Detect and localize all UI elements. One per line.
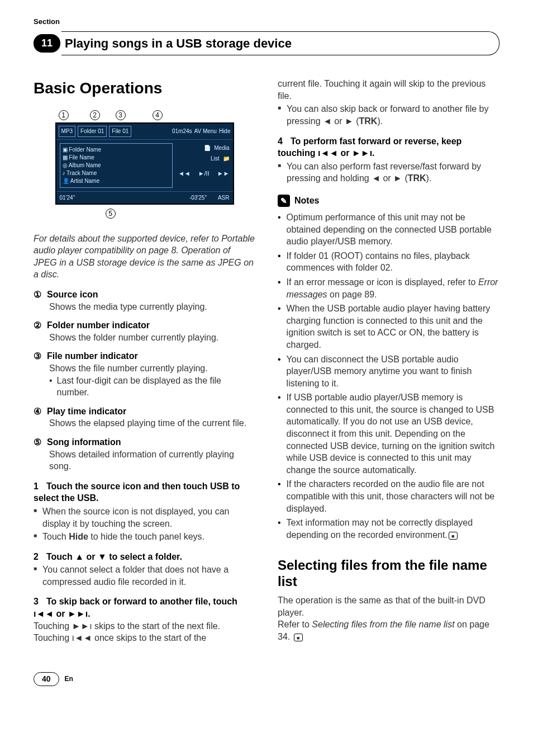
info-file: ▦ File Name xyxy=(63,154,170,162)
note-item: Text information may not be correctly di… xyxy=(278,517,499,541)
continuation-text: current file. Touching it again will ski… xyxy=(278,78,499,102)
page-footer: 40 En xyxy=(34,672,499,686)
notes-heading: ✎ Notes xyxy=(278,195,499,207)
note-item: When the USB portable audio player havin… xyxy=(278,303,499,351)
elapsed-time: 01'24" xyxy=(60,194,75,202)
heading-basic-operations: Basic Operations xyxy=(34,78,255,99)
note-item: You can disconnect the USB portable audi… xyxy=(278,353,499,390)
heading-selecting-files: Selecting files from the file name list xyxy=(278,557,499,590)
chapter-header: 11 Playing songs in a USB storage device xyxy=(34,31,499,56)
language-label: En xyxy=(65,674,73,683)
callout-4: 4 xyxy=(153,110,163,120)
info-track: ♪ Track Name xyxy=(63,169,170,177)
device-screenshot: 1 2 3 4 MP3 Folder 01 File 01 01m24s AV … xyxy=(55,110,234,219)
callout-5: 5 xyxy=(106,209,116,219)
end-mark-icon: ■ xyxy=(294,634,303,641)
file-indicator: File 01 xyxy=(109,126,131,137)
bullet-icon: ■ xyxy=(34,505,37,530)
callout-1: 1 xyxy=(59,110,69,120)
bullet-icon: ■ xyxy=(34,564,37,588)
bullet-icon: ■ xyxy=(34,531,37,543)
step-4: 4To perform fast forward or reverse, kee… xyxy=(278,135,499,185)
section-label: Section xyxy=(34,17,499,27)
notes-list: Optimum performance of this unit may not… xyxy=(278,211,499,541)
def-file-indicator: ③File number indicator Shows the file nu… xyxy=(34,350,255,398)
note-item: If folder 01 (ROOT) contains no files, p… xyxy=(278,250,499,274)
step-3: 3To skip back or forward to another file… xyxy=(34,596,255,644)
pencil-icon: ✎ xyxy=(278,195,290,207)
av-menu-button[interactable]: AV Menu xyxy=(194,127,217,135)
right-column: current file. Touching it again will ski… xyxy=(278,78,499,644)
def-play-time: ④Play time indicator Shows the elapsed p… xyxy=(34,405,255,429)
callout-2: 2 xyxy=(90,110,100,120)
note-item: Optimum performance of this unit may not… xyxy=(278,211,499,248)
left-column: Basic Operations 1 2 3 4 MP3 Folder 01 F… xyxy=(34,78,255,644)
note-item: If an error message or icon is displayed… xyxy=(278,276,499,300)
end-mark-icon: ■ xyxy=(449,532,458,540)
def-folder-indicator: ②Folder number indicator Shows the folde… xyxy=(34,319,255,343)
step-1: 1Touch the source icon and then touch US… xyxy=(34,480,255,543)
song-info-panel: ▣ Folder Name ▦ File Name ◎ Album Name ♪… xyxy=(60,143,173,188)
step-2: 2Touch ▲ or ▼ to select a folder. ■You c… xyxy=(34,551,255,588)
def-source-icon: ①Source icon Shows the media type curren… xyxy=(34,289,255,313)
asr-indicator: ASR xyxy=(218,194,230,202)
selecting-p1: The operation is the same as that of the… xyxy=(278,594,499,618)
hide-button[interactable]: Hide xyxy=(219,127,231,135)
bullet-icon: ■ xyxy=(278,160,281,185)
selecting-p2: Refer to Selecting files from the file n… xyxy=(278,618,499,642)
note-item: If USB portable audio player/USB memory … xyxy=(278,391,499,476)
play-time: 01m24s xyxy=(172,127,192,135)
media-button[interactable]: 📄 Media xyxy=(204,144,229,152)
play-pause-icon[interactable]: ►/II xyxy=(198,169,210,178)
chapter-title: Playing songs in a USB storage device xyxy=(61,31,499,56)
list-button[interactable]: List 📁 xyxy=(211,155,230,163)
def-song-info: ⑤Song information Shows detailed informa… xyxy=(34,436,255,472)
compat-note: For details about the supported device, … xyxy=(34,233,255,281)
info-artist: 👤 Artist Name xyxy=(63,177,170,185)
chapter-number: 11 xyxy=(34,34,60,52)
note-item: If the characters recorded on the audio … xyxy=(278,478,499,514)
prev-track-icon[interactable]: ◄◄ xyxy=(178,169,191,178)
callout-3: 3 xyxy=(116,110,126,120)
folder-indicator: Folder 01 xyxy=(78,126,107,137)
bullet-icon: ■ xyxy=(278,103,281,127)
next-track-icon[interactable]: ►► xyxy=(217,169,230,178)
page-number: 40 xyxy=(34,672,59,686)
info-folder: ▣ Folder Name xyxy=(63,146,170,154)
remaining-time: -03'25" xyxy=(189,194,207,202)
info-album: ◎ Album Name xyxy=(63,162,170,169)
source-icon[interactable]: MP3 xyxy=(59,126,76,137)
